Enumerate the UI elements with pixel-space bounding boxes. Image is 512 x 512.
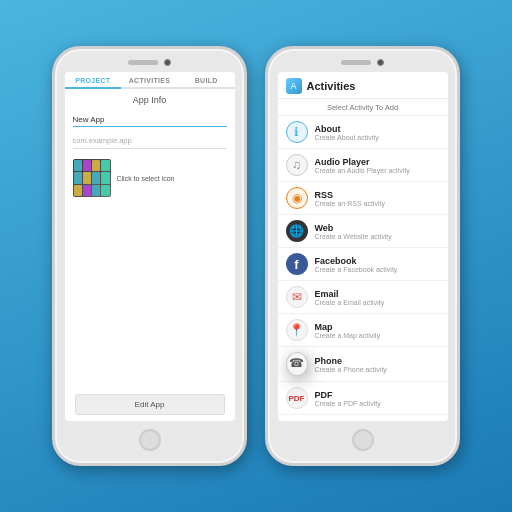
fb-icon: f xyxy=(286,253,308,275)
camera-right xyxy=(377,59,384,66)
icon-select-area[interactable]: Click to select icon xyxy=(73,159,227,197)
act-text: PDFCreate a PDF activity xyxy=(315,390,440,407)
activities-app-icon: A xyxy=(286,78,302,94)
pdf-icon: PDF xyxy=(286,387,308,409)
left-screen: PROJECT ACTIVITIES BUILD App Info New Ap… xyxy=(65,72,235,421)
act-name: Facebook xyxy=(315,256,440,266)
activity-item[interactable]: PDFPDFCreate a PDF activity xyxy=(278,382,448,415)
rss-icon: ◉ xyxy=(286,187,308,209)
act-text: MapCreate a Map activity xyxy=(315,322,440,339)
act-text: EmailCreate a Email activity xyxy=(315,289,440,306)
icon-click-label: Click to select icon xyxy=(117,175,175,182)
left-phone: PROJECT ACTIVITIES BUILD App Info New Ap… xyxy=(52,46,247,466)
app-info-form: New App com.example.app xyxy=(65,109,235,388)
act-name: Web xyxy=(315,223,440,233)
act-desc: Create a Map activity xyxy=(315,332,440,339)
activity-item[interactable]: ℹAboutCreate About activity xyxy=(278,116,448,149)
activities-header: A Activities xyxy=(278,72,448,99)
act-text: FacebookCreate a Facebook activity xyxy=(315,256,440,273)
phone-bottom-right xyxy=(352,429,374,451)
act-desc: Create an Audio Player activity xyxy=(315,167,440,174)
act-name: RSS xyxy=(315,190,440,200)
speaker-left xyxy=(128,60,158,65)
activities-title: Activities xyxy=(307,80,356,92)
info-icon: ℹ xyxy=(286,121,308,143)
phone-icon: ☎ xyxy=(286,352,308,376)
package-placeholder[interactable]: com.example.app xyxy=(73,133,227,149)
act-desc: Create an RSS activity xyxy=(315,200,440,207)
web-icon: 🌐 xyxy=(286,220,308,242)
activity-item[interactable]: 📍MapCreate a Map activity xyxy=(278,314,448,347)
home-button-left[interactable] xyxy=(139,429,161,451)
icon-thumbnail xyxy=(73,159,111,197)
act-text: RSSCreate an RSS activity xyxy=(315,190,440,207)
act-name: Map xyxy=(315,322,440,332)
act-name: About xyxy=(315,124,440,134)
audio-icon: ♫ xyxy=(286,154,308,176)
act-name: Audio Player xyxy=(315,157,440,167)
phone-bottom-left xyxy=(139,429,161,451)
act-desc: Create a Facebook activity xyxy=(315,266,440,273)
activity-item[interactable]: ◉RSSCreate an RSS activity xyxy=(278,182,448,215)
camera-left xyxy=(164,59,171,66)
act-text: AboutCreate About activity xyxy=(315,124,440,141)
map-icon: 📍 xyxy=(286,319,308,341)
activity-item[interactable]: ✉EmailCreate a Email activity xyxy=(278,281,448,314)
tab-activities[interactable]: ACTIVITIES xyxy=(121,72,178,87)
act-text: PhoneCreate a Phone activity xyxy=(315,356,440,373)
act-desc: Create About activity xyxy=(315,134,440,141)
activity-item[interactable]: ☎PhoneCreate a Phone activity xyxy=(278,347,448,382)
act-text: WebCreate a Website activity xyxy=(315,223,440,240)
act-desc: Create a Website activity xyxy=(315,233,440,240)
app-name-input[interactable]: New App xyxy=(73,113,227,127)
act-desc: Create a Email activity xyxy=(315,299,440,306)
act-text: Audio PlayerCreate an Audio Player activ… xyxy=(315,157,440,174)
activity-item[interactable]: ♫Audio PlayerCreate an Audio Player acti… xyxy=(278,149,448,182)
tab-project[interactable]: PROJECT xyxy=(65,72,122,89)
app-info-title: App Info xyxy=(65,89,235,109)
tab-build[interactable]: BUILD xyxy=(178,72,235,87)
edit-app-button[interactable]: Edit App xyxy=(75,394,225,415)
home-button-right[interactable] xyxy=(352,429,374,451)
speaker-right xyxy=(341,60,371,65)
act-name: Email xyxy=(315,289,440,299)
email-icon: ✉ xyxy=(286,286,308,308)
select-subtitle: Select Activity To Add xyxy=(278,99,448,116)
act-name: PDF xyxy=(315,390,440,400)
new-app-field: New App xyxy=(73,113,227,127)
phone-top-left xyxy=(55,59,244,66)
phone-top-right xyxy=(268,59,457,66)
activity-item[interactable]: fFacebookCreate a Facebook activity xyxy=(278,248,448,281)
activity-list: ℹAboutCreate About activity♫Audio Player… xyxy=(278,116,448,421)
act-name: Phone xyxy=(315,356,440,366)
tab-bar: PROJECT ACTIVITIES BUILD xyxy=(65,72,235,89)
activity-item[interactable]: 🌐WebCreate a Website activity xyxy=(278,215,448,248)
right-phone: A Activities Select Activity To Add ℹAbo… xyxy=(265,46,460,466)
act-desc: Create a PDF activity xyxy=(315,400,440,407)
act-desc: Create a Phone activity xyxy=(315,366,440,373)
right-screen: A Activities Select Activity To Add ℹAbo… xyxy=(278,72,448,421)
